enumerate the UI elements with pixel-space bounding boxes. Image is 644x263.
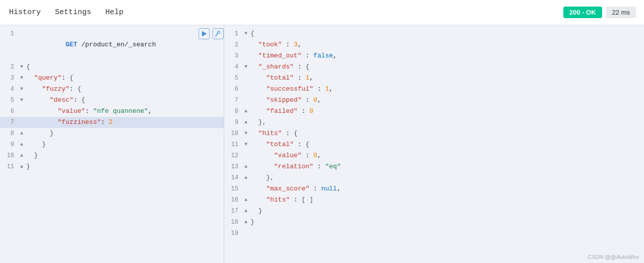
code-content: "max_score" : null,: [249, 183, 644, 194]
table-row: 5 ▼ "desc": {: [0, 95, 224, 106]
code-content: "fuzziness": 2: [25, 117, 224, 128]
fold-icon[interactable]: ▲: [242, 217, 249, 228]
nav-status: 200 - OK 22 ms: [563, 7, 636, 18]
table-row: 3 ▼ "query": {: [0, 73, 224, 84]
code-content: "hits" : {: [249, 128, 644, 139]
line-number: 5: [224, 73, 242, 84]
wrench-button[interactable]: [213, 28, 224, 39]
code-content: "relation" : "eq": [249, 161, 644, 172]
line-number: 3: [224, 50, 242, 61]
line-number: 2: [224, 39, 242, 50]
table-row: 10 ▲ }: [0, 150, 224, 161]
fold-icon[interactable]: ▲: [18, 150, 25, 161]
code-content: [249, 228, 644, 239]
table-row: 19: [224, 228, 644, 239]
code-content: }: [249, 206, 644, 217]
line-number: 3: [0, 73, 18, 84]
table-row: 18 ▲ }: [224, 217, 644, 228]
table-row: 5 "total" : 1,: [224, 73, 644, 84]
fold-icon[interactable]: ▲: [18, 139, 25, 150]
line-number: 10: [0, 150, 18, 161]
code-content: "successful" : 1,: [249, 84, 644, 95]
line-number: 6: [224, 84, 242, 95]
left-panel: 1 GET /product_en/_search: [0, 25, 224, 263]
line-number: 11: [0, 161, 18, 172]
fold-icon[interactable]: ▼: [18, 95, 25, 106]
fold-icon[interactable]: ▲: [18, 161, 25, 172]
fold-icon[interactable]: ▲: [242, 206, 249, 217]
line-number: 18: [224, 217, 242, 228]
table-row: 6 "successful" : 1,: [224, 84, 644, 95]
fold-icon[interactable]: ▼: [242, 139, 249, 150]
line-number: 7: [0, 117, 18, 128]
line-number: 11: [224, 139, 242, 150]
line-number: 1: [0, 28, 18, 39]
fold-icon[interactable]: ▲: [18, 128, 25, 139]
table-row: 2 ▼ {: [0, 61, 224, 73]
table-row: 1 GET /product_en/_search: [0, 28, 224, 61]
nav-help[interactable]: Help: [104, 6, 124, 19]
code-content: {: [249, 28, 644, 39]
table-row: 8 ▲ "failed" : 0: [224, 106, 644, 117]
nav-history[interactable]: History: [8, 6, 42, 19]
fold-icon[interactable]: ▲: [242, 172, 249, 183]
code-content: }: [249, 217, 644, 228]
nav-settings[interactable]: Settings: [54, 6, 92, 19]
line-number: 16: [224, 194, 242, 206]
table-row: 1 ▼ {: [224, 28, 644, 39]
top-nav: History Settings Help 200 - OK 22 ms: [0, 0, 644, 25]
table-row: 15 "max_score" : null,: [224, 183, 644, 194]
fold-icon[interactable]: ▼: [18, 61, 25, 73]
line-number: 5: [0, 95, 18, 106]
table-row: 4 ▼ "_shards" : {: [224, 61, 644, 73]
fold-icon[interactable]: ▲: [242, 106, 249, 117]
main-content: 1 GET /product_en/_search: [0, 25, 644, 263]
line-number: 8: [224, 106, 242, 117]
watermark: CSDN @@AutoWire: [588, 254, 639, 260]
table-row: 11 ▼ "total" : {: [224, 139, 644, 150]
code-content: "_shards" : {: [249, 61, 644, 73]
line-number: 4: [224, 61, 242, 73]
line-number: 12: [224, 150, 242, 161]
svg-line-2: [216, 33, 218, 36]
fold-icon[interactable]: ▲: [242, 194, 249, 206]
code-content: {: [25, 61, 224, 73]
svg-marker-0: [202, 31, 207, 36]
line-number: 17: [224, 206, 242, 217]
run-button[interactable]: [199, 28, 210, 39]
line-number: 2: [0, 61, 18, 73]
table-row: 14 ▲ },: [224, 172, 644, 183]
table-row: 11 ▲ }: [0, 161, 224, 172]
code-content: "hits" : [ ]: [249, 194, 644, 206]
code-content: GET /product_en/_search: [25, 28, 195, 61]
line1-actions: [199, 28, 224, 39]
line-number: 7: [224, 95, 242, 106]
fold-icon[interactable]: ▼: [18, 73, 25, 84]
code-content: },: [249, 117, 644, 128]
left-code-area: 1 GET /product_en/_search: [0, 25, 224, 175]
line-number: 1: [224, 28, 242, 39]
code-content: }: [25, 161, 224, 172]
fold-icon[interactable]: ▲: [242, 161, 249, 172]
fold-icon[interactable]: ▼: [18, 84, 25, 95]
table-row: 17 ▲ }: [224, 206, 644, 217]
line-number: 9: [224, 117, 242, 128]
code-content: "skipped" : 0,: [249, 95, 644, 106]
line-number: 13: [224, 161, 242, 172]
code-content: "failed" : 0: [249, 106, 644, 117]
table-row: 8 ▲ }: [0, 128, 224, 139]
fold-icon[interactable]: ▼: [242, 128, 249, 139]
fold-icon[interactable]: ▼: [242, 28, 249, 39]
time-badge: 22 ms: [606, 7, 636, 18]
table-row: 7 "fuzziness": 2: [0, 117, 224, 128]
fold-icon[interactable]: ▼: [242, 61, 249, 73]
line-number: 9: [0, 139, 18, 150]
table-row: 10 ▼ "hits" : {: [224, 128, 644, 139]
fold-icon[interactable]: ▲: [242, 117, 249, 128]
code-content: }: [25, 139, 224, 150]
table-row: 7 "skipped" : 0,: [224, 95, 644, 106]
table-row: 12 "value" : 0,: [224, 150, 644, 161]
line-number: 10: [224, 128, 242, 139]
code-content: }: [25, 128, 224, 139]
table-row: 2 "took" : 3,: [224, 39, 644, 50]
